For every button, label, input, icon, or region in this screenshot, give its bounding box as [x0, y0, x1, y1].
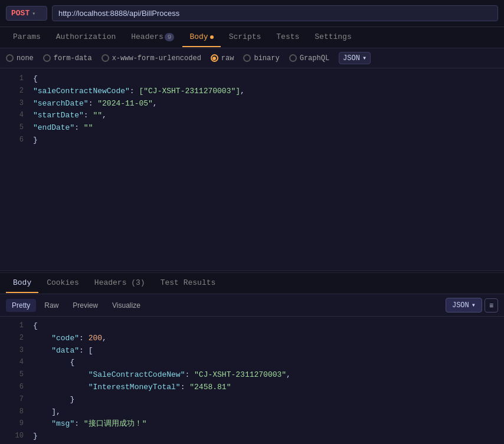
preview-button[interactable]: Preview	[67, 299, 104, 312]
method-label: POST	[11, 9, 30, 18]
req-line-6: 6 }	[0, 134, 504, 147]
tab-body[interactable]: Body	[182, 28, 220, 47]
res-line-1: 1 {	[0, 320, 504, 333]
pretty-button[interactable]: Pretty	[6, 299, 36, 312]
option-graphql[interactable]: GraphQL	[289, 54, 329, 63]
response-toolbar: Pretty Raw Preview Visualize JSON ▾ ≡	[0, 294, 504, 317]
res-line-6: 6 "InterestMoneyTotal": "2458.81"	[0, 381, 504, 394]
response-body: 1 { 2 "code": 200, 3 "data": [ 4 { 5 "Sa…	[0, 317, 504, 444]
res-line-10: 10 }	[0, 430, 504, 443]
response-format-dropdown[interactable]: JSON ▾	[446, 298, 482, 313]
req-line-4: 4 "startDate": "",	[0, 110, 504, 122]
req-line-1: 1 {	[0, 73, 504, 85]
option-none[interactable]: none	[6, 54, 34, 63]
visualize-button[interactable]: Visualize	[106, 299, 146, 312]
body-options: none form-data x-www-form-urlencoded raw…	[0, 48, 504, 68]
option-binary[interactable]: binary	[243, 54, 279, 63]
radio-raw	[211, 54, 218, 62]
response-tab-headers[interactable]: Headers (3)	[87, 274, 152, 293]
tab-settings[interactable]: Settings	[307, 28, 358, 47]
req-line-5: 5 "endDate": ""	[0, 122, 504, 134]
request-body-editor[interactable]: 1 { 2 "saleContractNewCode": ["CJ-XSHT-2…	[0, 68, 504, 271]
method-select[interactable]: POST ▾	[6, 6, 47, 21]
response-tab-test-results[interactable]: Test Results	[153, 274, 223, 293]
radio-graphql	[289, 54, 297, 62]
url-input[interactable]	[52, 5, 498, 21]
response-tabs: Body Cookies Headers (3) Test Results	[0, 273, 504, 294]
body-dot	[210, 35, 214, 39]
filter-button[interactable]: ≡	[485, 298, 498, 313]
tab-tests[interactable]: Tests	[269, 28, 306, 47]
req-line-3: 3 "searchDate": "2024-11-05",	[0, 98, 504, 110]
res-line-9: 9 "msg": "接口调用成功！"	[0, 418, 504, 430]
tab-scripts[interactable]: Scripts	[222, 28, 269, 47]
radio-none	[6, 54, 14, 62]
option-urlencoded[interactable]: x-www-form-urlencoded	[102, 54, 201, 63]
response-section: Body Cookies Headers (3) Test Results Pr…	[0, 273, 504, 444]
option-form-data[interactable]: form-data	[43, 54, 92, 63]
response-format-chevron-icon: ▾	[472, 301, 476, 310]
radio-form-data	[43, 54, 51, 62]
request-tabs: Params Authorization Headers9 Body Scrip…	[0, 27, 504, 48]
json-format-dropdown[interactable]: JSON ▾	[339, 52, 371, 64]
radio-urlencoded	[102, 54, 109, 62]
url-bar: POST ▾	[0, 0, 504, 27]
radio-binary	[243, 54, 251, 62]
tab-headers[interactable]: Headers9	[124, 28, 181, 47]
req-line-2: 2 "saleContractNewCode": ["CJ-XSHT-23112…	[0, 85, 504, 98]
tab-authorization[interactable]: Authorization	[49, 28, 123, 47]
json-chevron-icon: ▾	[362, 54, 366, 63]
res-line-2: 2 "code": 200,	[0, 333, 504, 345]
res-line-4: 4 {	[0, 357, 504, 369]
res-line-8: 8 ],	[0, 406, 504, 419]
tab-params[interactable]: Params	[6, 28, 48, 47]
raw-button[interactable]: Raw	[38, 299, 64, 312]
response-tab-body[interactable]: Body	[6, 274, 38, 293]
method-chevron-icon: ▾	[32, 10, 35, 17]
res-line-7: 7 }	[0, 394, 504, 406]
res-line-3: 3 "data": [	[0, 345, 504, 357]
option-raw[interactable]: raw	[211, 54, 234, 63]
response-tab-cookies[interactable]: Cookies	[40, 274, 86, 293]
res-line-5: 5 "SaleContractCodeNew": "CJ-XSHT-231127…	[0, 369, 504, 381]
